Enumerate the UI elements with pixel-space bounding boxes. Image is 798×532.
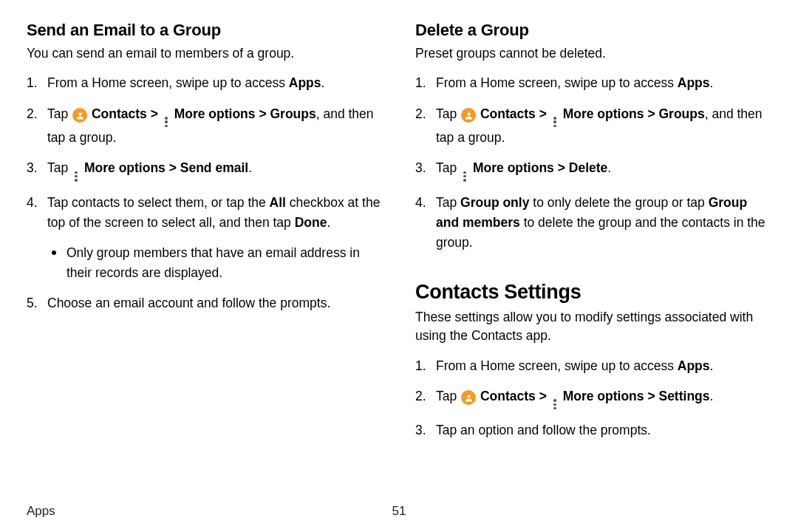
intro-send-email: You can send an email to members of a gr…: [27, 44, 383, 63]
steps-contacts-settings: From a Home screen, swipe up to access A…: [415, 356, 771, 441]
more-options-icon: [552, 398, 558, 410]
step-1: From a Home screen, swipe up to access A…: [27, 73, 383, 93]
left-column: Send an Email to a Group You can send an…: [27, 21, 383, 451]
footer-section: Apps: [27, 504, 55, 518]
contacts-icon: [461, 390, 476, 405]
step-2: Tap Contacts > More options > Groups, an…: [415, 104, 771, 149]
step-4-bullet: Only group members that have an email ad…: [47, 243, 383, 283]
step-3: Tap More options > Delete.: [415, 158, 771, 183]
heading-contacts-settings: Contacts Settings: [415, 281, 771, 304]
step-1: From a Home screen, swipe up to access A…: [415, 73, 771, 93]
step-4: Tap Group only to only delete the group …: [415, 193, 771, 253]
more-options-icon: [462, 171, 468, 183]
heading-delete-group: Delete a Group: [415, 21, 771, 40]
intro-contacts-settings: These settings allow you to modify setti…: [415, 308, 771, 346]
step-2: Tap Contacts > More options > Groups, an…: [27, 104, 383, 149]
step-4: Tap contacts to select them, or tap the …: [27, 193, 383, 284]
footer-page-number: 51: [392, 504, 406, 519]
heading-send-email: Send an Email to a Group: [27, 21, 383, 40]
contacts-icon: [461, 108, 476, 123]
more-options-icon: [552, 116, 558, 128]
step-3: Tap an option and follow the prompts.: [415, 420, 771, 440]
right-column: Delete a Group Preset groups cannot be d…: [415, 21, 771, 451]
step-3: Tap More options > Send email.: [27, 158, 383, 183]
step-1: From a Home screen, swipe up to access A…: [415, 356, 771, 376]
step-2: Tap Contacts > More options > Settings.: [415, 386, 771, 411]
more-options-icon: [73, 171, 79, 183]
contacts-icon: [72, 108, 87, 123]
page-footer: Apps 51: [27, 504, 771, 519]
step-5: Choose an email account and follow the p…: [27, 293, 383, 313]
more-options-icon: [163, 116, 169, 128]
steps-delete-group: From a Home screen, swipe up to access A…: [415, 73, 771, 253]
intro-delete-group: Preset groups cannot be deleted.: [415, 44, 771, 63]
steps-send-email: From a Home screen, swipe up to access A…: [27, 73, 383, 313]
